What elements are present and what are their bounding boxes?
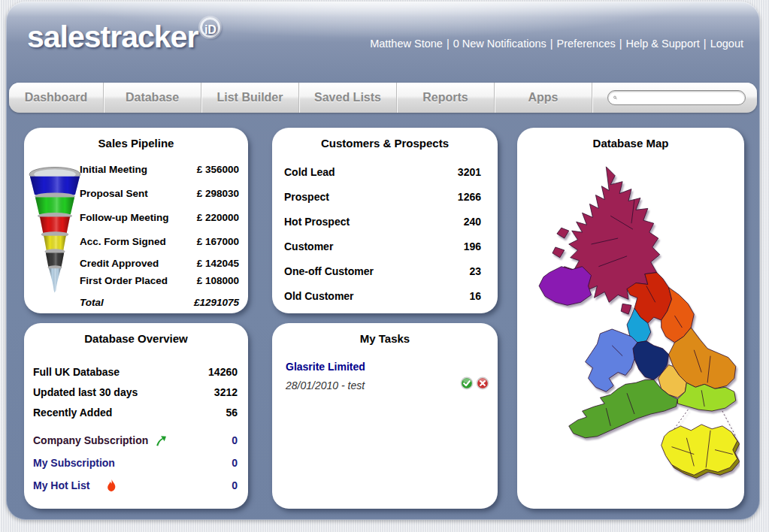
search-icon <box>613 92 617 103</box>
search-box[interactable] <box>607 90 746 105</box>
card-title: Database Overview <box>24 332 248 345</box>
subscription-row: My Subscription 0 <box>33 455 238 471</box>
sales-pipeline-card: Sales Pipeline <box>24 128 248 313</box>
customers-prospects-card: Customers & Prospects Cold Lead3201 Pros… <box>272 128 498 313</box>
task-complete-button[interactable] <box>460 376 474 390</box>
category-label: Prospect <box>284 191 329 203</box>
overview-rows: Full UK Database14260 Updated last 30 da… <box>33 364 238 500</box>
subscription-row: My Hot List 0 <box>33 477 238 494</box>
category-label: Customer <box>284 240 333 252</box>
user-name-link[interactable]: Matthew Stone <box>370 38 443 50</box>
stage-value: £ 108000 <box>197 275 239 286</box>
stat-value: 3212 <box>214 386 238 398</box>
category-label: Old Customer <box>284 290 354 302</box>
pipeline-row: Initial Meeting£ 356000 <box>80 161 239 177</box>
preferences-link[interactable]: Preferences <box>557 38 616 50</box>
stage-label: Proposal Sent <box>80 188 148 199</box>
task-delete-button[interactable] <box>476 376 489 390</box>
customer-row: Prospect1266 <box>284 189 481 205</box>
help-support-link[interactable]: Help & Support <box>626 38 700 50</box>
tab-apps[interactable]: Apps <box>495 83 592 113</box>
stage-value: £ 298030 <box>197 188 239 199</box>
category-count: 240 <box>464 216 481 228</box>
logout-link[interactable]: Logout <box>710 38 743 50</box>
stat-label: Full UK Database <box>33 366 120 378</box>
task-note: 28/01/2010 - test <box>286 379 365 391</box>
database-map-card: Database Map <box>517 128 744 509</box>
pipeline-row: Credit Approved£ 142045 <box>80 255 239 271</box>
separator: | <box>447 38 450 50</box>
search-area <box>592 83 757 113</box>
category-count: 23 <box>469 265 481 277</box>
map-island <box>621 304 631 314</box>
map-region-south-west[interactable] <box>569 379 678 437</box>
customer-row: Hot Prospect240 <box>284 213 481 230</box>
card-title: My Tasks <box>272 332 498 345</box>
my-subscription-link[interactable]: My Subscription <box>33 457 115 469</box>
category-label: Hot Prospect <box>284 216 350 228</box>
map-region-london-inset[interactable] <box>662 425 737 475</box>
map-region-wales[interactable] <box>586 329 637 391</box>
tab-list-builder[interactable]: List Builder <box>201 83 299 113</box>
total-label: Total <box>80 297 104 308</box>
stat-row: Updated last 30 days3212 <box>33 384 238 400</box>
task-actions <box>460 376 489 390</box>
stage-label: First Order Placed <box>80 275 168 286</box>
tab-saved-lists[interactable]: Saved Lists <box>299 83 397 113</box>
pipeline-total-row: Total£1291075 <box>80 294 239 310</box>
stat-row: Full UK Database14260 <box>33 364 238 379</box>
customer-row: One-off Customer23 <box>284 263 481 280</box>
pipeline-row: Acc. Form Signed£ 167000 <box>80 233 239 249</box>
uk-map <box>522 155 740 502</box>
funnel-band-shade <box>49 268 61 292</box>
pipeline-row: Proposal Sent£ 298030 <box>80 185 239 201</box>
separator: | <box>619 38 622 50</box>
app-container: salestrackeriD Matthew Stone|0 New Notif… <box>6 2 760 520</box>
task-company-link[interactable]: Glasrite Limited <box>286 361 365 373</box>
stat-label: Recently Added <box>33 407 112 419</box>
category-count: 1266 <box>458 191 481 203</box>
main-navbar: Dashboard Database List Builder Saved Li… <box>9 83 757 113</box>
notifications-link[interactable]: 0 New Notifications <box>453 38 546 50</box>
pipeline-rows: Initial Meeting£ 356000 Proposal Sent£ 2… <box>80 161 239 310</box>
map-island <box>557 228 569 238</box>
customers-rows: Cold Lead3201 Prospect1266 Hot Prospect2… <box>284 164 481 313</box>
my-hot-list-link[interactable]: My Hot List <box>33 479 117 493</box>
customer-row: Cold Lead3201 <box>284 164 481 180</box>
pipeline-row: Follow-up Meeting£ 220000 <box>80 209 239 225</box>
category-label: One-off Customer <box>284 265 374 277</box>
stat-row: Recently Added56 <box>33 404 238 420</box>
tab-database[interactable]: Database <box>104 83 201 113</box>
pipeline-row: First Order Placed£ 108000 <box>80 272 239 289</box>
search-input[interactable] <box>620 92 740 104</box>
subscription-label: My Hot List <box>33 479 89 491</box>
subscription-rows: Company Subscription 0 My Subscription 0… <box>33 432 238 494</box>
category-count: 3201 <box>458 166 481 178</box>
category-count: 16 <box>469 290 481 302</box>
tab-reports[interactable]: Reports <box>397 83 495 113</box>
subscription-label: My Subscription <box>33 457 115 469</box>
up-arrow-icon <box>155 434 168 447</box>
app-logo-text: salestracker <box>27 20 198 54</box>
app-logo: salestrackeriD <box>27 20 220 55</box>
stage-label: Initial Meeting <box>80 164 147 175</box>
map-region-northern-ireland[interactable] <box>539 267 591 306</box>
company-subscription-link[interactable]: Company Subscription <box>33 434 168 447</box>
category-count: 196 <box>464 240 481 252</box>
stage-value: £ 220000 <box>197 212 239 223</box>
stat-value: 14260 <box>208 366 238 378</box>
customer-row: Old Customer16 <box>284 288 481 304</box>
database-overview-card: Database Overview Full UK Database14260 … <box>24 323 248 509</box>
separator: | <box>704 38 707 50</box>
card-title: Sales Pipeline <box>24 137 248 150</box>
stage-value: £ 167000 <box>197 236 239 247</box>
subscription-value: 0 <box>232 434 238 446</box>
map-island <box>553 247 565 258</box>
subscription-value: 0 <box>232 479 238 491</box>
stat-label: Updated last 30 days <box>33 386 138 398</box>
map-region-south-east[interactable] <box>677 382 735 411</box>
total-value: £1291075 <box>194 297 239 308</box>
stage-value: £ 142045 <box>197 258 239 269</box>
sales-funnel-icon <box>25 158 85 302</box>
tab-dashboard[interactable]: Dashboard <box>9 83 104 113</box>
